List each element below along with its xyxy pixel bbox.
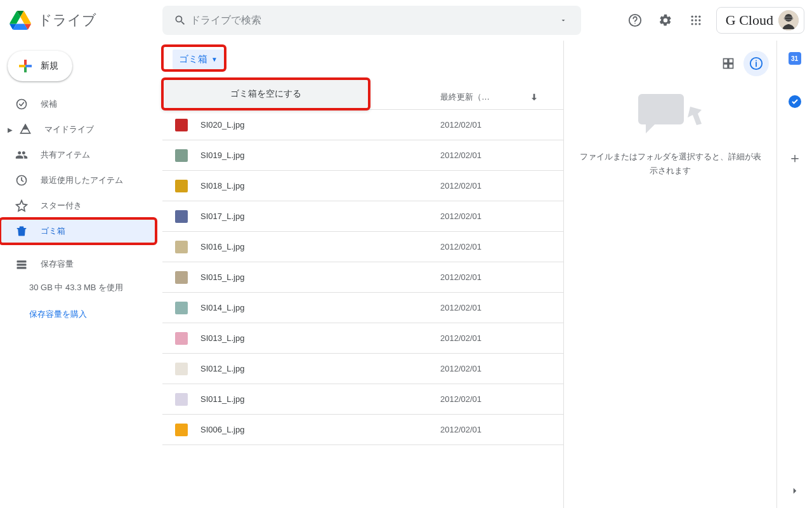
svg-rect-18 xyxy=(17,267,27,269)
new-button[interactable]: 新規 xyxy=(8,51,72,81)
storage-usage-text: 30 GB 中 43.3 MB を使用 xyxy=(29,282,162,293)
details-panel: ファイルまたはフォルダを選択すると、詳細が表示されます xyxy=(563,41,776,508)
file-name: SI020_L.jpg xyxy=(200,120,440,130)
sidebar-item-label: 最近使用したアイテム xyxy=(41,175,123,186)
sidebar-item-label: 共有アイテム xyxy=(41,149,90,161)
file-row[interactable]: SI020_L.jpg2012/02/01 xyxy=(162,110,563,140)
sidebar-item-label: スター付き xyxy=(41,200,82,211)
file-row[interactable]: SI011_L.jpg2012/02/01 xyxy=(162,384,563,415)
file-thumb-icon xyxy=(175,210,188,223)
sidebar-item-label: ゴミ箱 xyxy=(41,225,65,237)
file-row[interactable]: SI019_L.jpg2012/02/01 xyxy=(162,140,563,171)
svg-point-9 xyxy=(695,23,697,25)
sidebar-item-label: マイドライブ xyxy=(44,124,94,135)
svg-point-7 xyxy=(698,19,700,21)
file-name: SI014_L.jpg xyxy=(200,303,440,312)
search-dropdown-icon[interactable] xyxy=(553,8,573,33)
svg-rect-17 xyxy=(17,264,27,265)
svg-point-24 xyxy=(756,60,757,62)
sidebar-item-priority[interactable]: 候補 xyxy=(0,91,152,117)
side-rail: 31 ＋ xyxy=(776,41,812,508)
sort-arrow-icon[interactable] xyxy=(529,92,548,102)
chevron-down-icon: ▼ xyxy=(211,56,218,63)
file-date: 2012/02/01 xyxy=(440,120,548,130)
svg-point-14 xyxy=(17,100,27,109)
column-header-date[interactable]: 最終更新（… xyxy=(440,91,529,103)
header-actions: G Cloud xyxy=(603,7,804,34)
info-icon[interactable] xyxy=(743,51,769,76)
file-thumb-icon xyxy=(175,332,188,345)
app-header: ドライブ G Cloud xyxy=(0,0,812,41)
sidebar-item-label: 候補 xyxy=(41,98,57,110)
buy-storage-link[interactable]: 保存容量を購入 xyxy=(29,309,87,320)
settings-icon[interactable] xyxy=(653,8,678,33)
file-thumb-icon xyxy=(175,180,188,192)
svg-rect-16 xyxy=(17,260,27,262)
grid-view-icon[interactable] xyxy=(716,51,741,76)
file-name: SI013_L.jpg xyxy=(200,333,440,343)
empty-trash-menu-item[interactable]: ゴミ箱を空にする xyxy=(162,79,369,109)
help-icon[interactable] xyxy=(622,8,648,33)
file-name: SI015_L.jpg xyxy=(200,272,440,282)
file-thumb-icon xyxy=(175,393,188,406)
add-app-icon[interactable]: ＋ xyxy=(788,149,802,168)
file-date: 2012/02/01 xyxy=(440,211,548,221)
search-input[interactable] xyxy=(190,15,553,26)
sidebar-item-shared[interactable]: 共有アイテム xyxy=(0,142,152,168)
file-thumb-icon xyxy=(175,302,188,314)
file-name: SI012_L.jpg xyxy=(200,364,440,373)
file-row[interactable]: SI012_L.jpg2012/02/01 xyxy=(162,354,563,384)
sidebar-item-mydrive[interactable]: ▶ マイドライブ xyxy=(0,117,152,142)
main-area: ゴミ箱 ▼ ゴミ箱を空にする 名前 最終更新（… SI020_L.jpg2012… xyxy=(162,41,776,508)
file-date: 2012/02/01 xyxy=(440,303,548,312)
file-row[interactable]: SI013_L.jpg2012/02/01 xyxy=(162,323,563,354)
svg-rect-21 xyxy=(724,64,728,69)
details-empty-illustration-icon xyxy=(632,88,709,138)
svg-point-6 xyxy=(695,19,697,21)
file-date: 2012/02/01 xyxy=(440,394,548,404)
trash-dropdown-menu: ゴミ箱を空にする xyxy=(162,79,369,109)
svg-point-4 xyxy=(698,15,700,17)
file-row[interactable]: SI016_L.jpg2012/02/01 xyxy=(162,232,563,262)
collapse-rail-icon[interactable] xyxy=(789,485,801,497)
svg-point-2 xyxy=(691,15,693,17)
file-thumb-icon xyxy=(175,424,188,436)
sidebar: 新規 候補 ▶ マイドライブ 共有アイテム 最近使用したアイテム スター付き ゴ… xyxy=(0,41,162,508)
file-name: SI017_L.jpg xyxy=(200,211,440,221)
file-list: SI020_L.jpg2012/02/01SI019_L.jpg2012/02/… xyxy=(162,110,563,445)
file-thumb-icon xyxy=(175,119,188,131)
file-row[interactable]: SI014_L.jpg2012/02/01 xyxy=(162,293,563,323)
sidebar-item-trash[interactable]: ゴミ箱 xyxy=(0,218,156,244)
file-row[interactable]: SI006_L.jpg2012/02/01 xyxy=(162,415,563,445)
empty-trash-label: ゴミ箱を空にする xyxy=(230,88,301,100)
svg-point-1 xyxy=(634,23,635,23)
file-name: SI011_L.jpg xyxy=(200,394,440,404)
file-date: 2012/02/01 xyxy=(440,181,548,190)
details-empty-text: ファイルまたはフォルダを選択すると、詳細が表示されます xyxy=(564,150,776,178)
svg-point-3 xyxy=(695,15,697,17)
tasks-app-icon[interactable] xyxy=(789,95,801,108)
file-row[interactable]: SI018_L.jpg2012/02/01 xyxy=(162,171,563,201)
search-bar[interactable] xyxy=(162,6,581,35)
content-area: ゴミ箱 ▼ ゴミ箱を空にする 名前 最終更新（… SI020_L.jpg2012… xyxy=(162,41,563,508)
file-date: 2012/02/01 xyxy=(440,364,548,373)
sidebar-item-recent[interactable]: 最近使用したアイテム xyxy=(0,168,152,193)
svg-point-5 xyxy=(691,19,693,21)
file-row[interactable]: SI017_L.jpg2012/02/01 xyxy=(162,201,563,232)
apps-grid-icon[interactable] xyxy=(683,8,709,33)
sidebar-item-starred[interactable]: スター付き xyxy=(0,193,152,218)
file-thumb-icon xyxy=(175,149,188,162)
logo-area[interactable]: ドライブ xyxy=(8,8,162,33)
file-date: 2012/02/01 xyxy=(440,333,548,343)
app-title: ドライブ xyxy=(38,11,96,30)
trash-dropdown-button[interactable]: ゴミ箱 ▼ xyxy=(173,50,224,69)
file-name: SI006_L.jpg xyxy=(200,425,440,434)
account-switcher[interactable]: G Cloud xyxy=(716,7,804,34)
calendar-app-icon[interactable]: 31 xyxy=(789,52,801,65)
account-name: G Cloud xyxy=(726,12,773,29)
search-icon xyxy=(170,8,190,33)
sidebar-item-storage[interactable]: 保存容量 xyxy=(0,251,152,277)
file-date: 2012/02/01 xyxy=(440,150,548,160)
file-row[interactable]: SI015_L.jpg2012/02/01 xyxy=(162,262,563,293)
file-thumb-icon xyxy=(175,271,188,284)
